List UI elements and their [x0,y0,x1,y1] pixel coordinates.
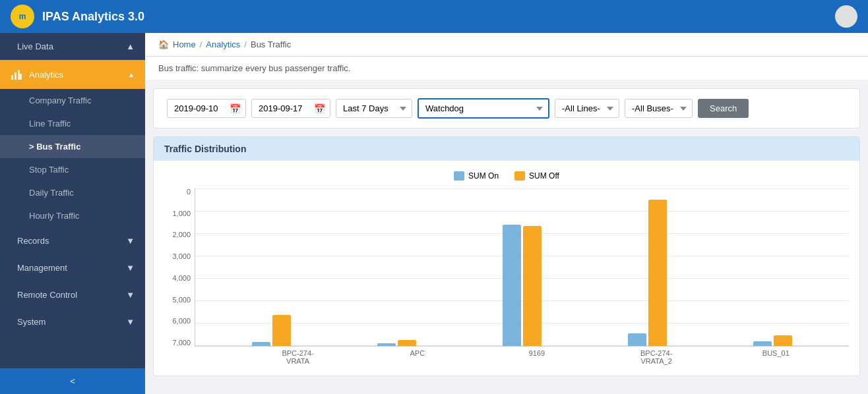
analytics-label: Analytics [29,70,121,80]
svg-rect-7 [20,74,22,80]
page-description: Bus traffic: summarize every bus passeng… [145,57,868,80]
svg-text:m: m [19,12,26,21]
bar-bpc274vrata2-on [628,333,646,346]
legend-sum-on-label: SUM On [468,171,499,181]
x-label-bpc274vrata: BPC-274-VRATA [278,349,318,365]
chart-area: 7,000 6,000 5,000 4,000 3,000 2,000 1,00… [164,188,849,365]
svg-rect-5 [15,72,16,80]
bar-bpc274vrata2-off [648,200,667,346]
breadcrumb-home[interactable]: Home [173,40,196,49]
breadcrumb-analytics[interactable]: Analytics [206,40,240,49]
date-from-wrapper: 📅 [167,99,246,118]
bars-row [195,188,849,346]
user-avatar[interactable] [835,5,857,28]
search-button[interactable]: Search [698,99,749,118]
legend-sum-on-box [454,171,464,181]
legend-sum-off-label: SUM Off [529,171,559,181]
sidebar-item-hourly-traffic[interactable]: Hourly Traffic [0,204,145,227]
bar-bpc274vrata-on [252,342,270,346]
bar-9169-on [503,225,521,346]
live-data-label: Live Data [17,42,119,51]
breadcrumb-current: Bus Traffic [251,40,291,49]
legend-sum-off: SUM Off [514,171,559,181]
bar-9169-off [523,226,542,346]
filter-bar: 📅 📅 Last 7 Days Last 30 Days Custom Watc… [153,88,860,128]
app-header: m IPAS Analytics 3.0 [0,0,868,33]
y-label-5000: 5,000 [164,296,191,304]
breadcrumb-sep-2: / [244,40,247,49]
period-select[interactable]: Last 7 Days Last 30 Days Custom [336,99,412,118]
svg-rect-6 [18,70,20,80]
calendar-from-icon: 📅 [230,103,241,114]
live-data-chevron: ▲ [126,42,135,51]
y-label-7000: 7,000 [164,339,191,347]
app-title: IPAS Analytics 3.0 [42,10,835,24]
y-label-0: 0 [164,188,191,196]
chart-title: Traffic Distribution [154,137,859,161]
x-label-apc: APC [398,349,437,365]
chart-bars-area [195,188,849,347]
date-to-wrapper: 📅 [251,99,330,118]
app-logo: m [11,5,34,28]
analytics-chevron: ▲ [128,71,135,78]
y-label-2000: 2,000 [164,231,191,239]
main-layout: Live Data ▲ Analytics ▲ Company Traffic … [0,33,868,394]
bar-group-bpc274vrata2 [628,200,667,346]
bar-apc-on [377,343,396,346]
sidebar-item-line-traffic[interactable]: Line Traffic [0,112,145,135]
bar-group-bpc274vrata [252,315,291,346]
sidebar-item-stop-traffic[interactable]: Stop Taffic [0,158,145,181]
sidebar-item-live-data[interactable]: Live Data ▲ [0,33,145,60]
chart-section: Traffic Distribution SUM On SUM Off 7 [153,136,860,376]
sidebar-item-company-traffic[interactable]: Company Traffic [0,89,145,112]
bar-group-bus01 [753,335,792,346]
bar-apc-off [398,340,416,346]
content-area: 🏠 Home / Analytics / Bus Traffic Bus tra… [145,33,868,394]
chart-container: SUM On SUM Off 7,000 6,000 5,000 4,000 3… [154,161,859,376]
bar-group-9169 [503,225,542,346]
y-label-3000: 3,000 [164,253,191,260]
x-labels: BPC-274-VRATA APC 9169 BPC-274-VRATA_2 B… [225,347,849,365]
y-axis: 7,000 6,000 5,000 4,000 3,000 2,000 1,00… [164,188,195,347]
x-label-bpc274vrata2: BPC-274-VRATA_2 [636,349,676,365]
sidebar-item-daily-traffic[interactable]: Daily Traffic [0,181,145,204]
lines-select[interactable]: -All Lines- Line 1 Line 2 [555,99,619,118]
chart-legend: SUM On SUM Off [164,171,849,181]
sidebar-item-analytics[interactable]: Analytics ▲ [0,60,145,89]
sidebar-item-records[interactable]: Records ▼ [0,227,145,254]
y-label-6000: 6,000 [164,318,191,325]
system-label: System [17,317,119,327]
y-label-1000: 1,000 [164,210,191,217]
sidebar-item-system[interactable]: System ▼ [0,308,145,335]
management-label: Management [17,263,119,273]
buses-select[interactable]: -All Buses- Bus 1 Bus 2 [625,99,693,118]
system-chevron: ▼ [126,317,135,327]
watchdog-select[interactable]: Watchdog Other [418,98,549,119]
remote-control-label: Remote Control [17,290,119,300]
breadcrumb-sep-1: / [200,40,202,49]
x-label-9169: 9169 [517,349,557,365]
records-chevron: ▼ [126,236,135,246]
remote-control-chevron: ▼ [126,290,135,300]
bar-bus01-off [774,335,792,346]
analytics-icon [11,69,22,80]
x-label-bus01: BUS_01 [756,349,795,365]
records-label: Records [17,236,119,246]
sidebar-item-bus-traffic[interactable]: Bus Traffic [0,135,145,158]
legend-sum-off-box [514,171,525,181]
breadcrumb: 🏠 Home / Analytics / Bus Traffic [145,33,868,57]
bars-wrapper: BPC-274-VRATA APC 9169 BPC-274-VRATA_2 B… [195,188,849,365]
bar-group-apc [377,340,416,346]
svg-rect-4 [11,75,13,80]
home-icon: 🏠 [158,40,169,49]
sidebar-item-remote-control[interactable]: Remote Control ▼ [0,281,145,308]
sidebar: Live Data ▲ Analytics ▲ Company Traffic … [0,33,145,394]
management-chevron: ▼ [126,263,135,273]
bar-bpc274vrata-off [272,315,291,346]
sidebar-collapse-btn[interactable]: < [0,368,145,394]
calendar-to-icon: 📅 [314,103,325,114]
y-label-4000: 4,000 [164,275,191,282]
legend-sum-on: SUM On [454,171,499,181]
bar-bus01-on [753,341,772,346]
sidebar-item-management[interactable]: Management ▼ [0,254,145,281]
